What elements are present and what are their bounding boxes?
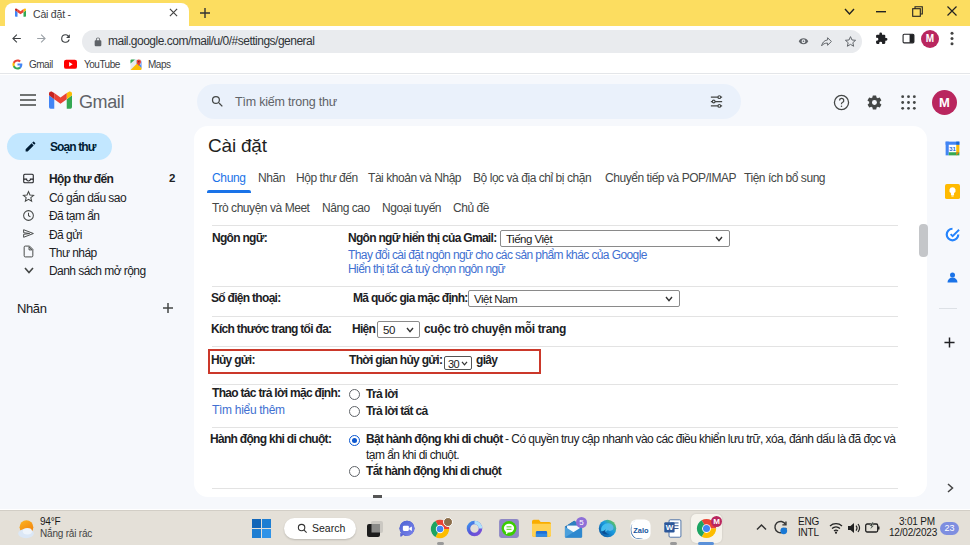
svg-text:Zalo: Zalo (633, 526, 649, 535)
svg-text:31: 31 (949, 146, 956, 152)
svg-text:W: W (666, 523, 674, 532)
